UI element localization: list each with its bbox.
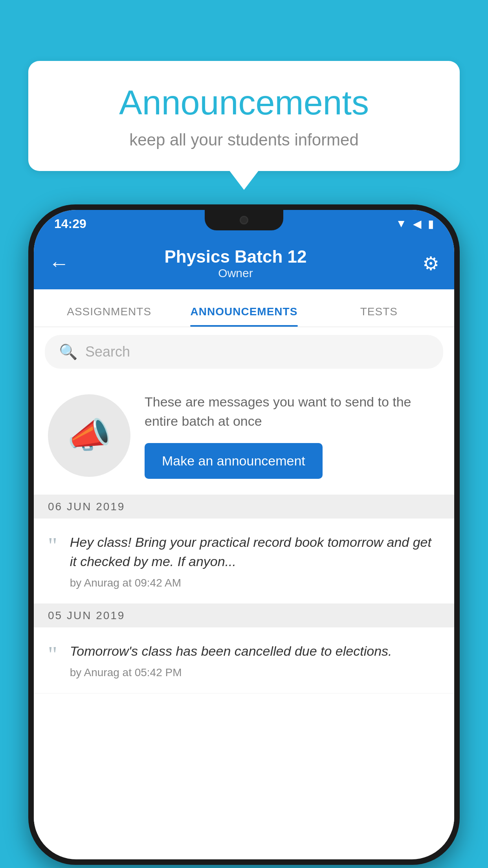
date-separator-1: 06 JUN 2019	[34, 495, 454, 519]
status-time: 14:29	[54, 217, 86, 231]
signal-icon: ◀	[413, 217, 422, 230]
battery-icon: ▮	[428, 217, 434, 230]
announcement-content-1: Hey class! Bring your practical record b…	[70, 533, 440, 590]
search-container: 🔍 Search	[34, 327, 454, 377]
app-bar-subtitle: Owner	[49, 267, 422, 280]
announcement-author-2: by Anurag at 05:42 PM	[70, 666, 440, 679]
app-bar-title-container: Physics Batch 12 Owner	[49, 247, 422, 280]
search-bar[interactable]: 🔍 Search	[45, 335, 443, 369]
tab-assignments[interactable]: ASSIGNMENTS	[42, 305, 176, 327]
announcement-item-1[interactable]: " Hey class! Bring your practical record…	[34, 519, 454, 604]
announcement-text-2: Tomorrow's class has been cancelled due …	[70, 642, 440, 661]
tab-announcements[interactable]: ANNOUNCEMENTS	[176, 305, 311, 327]
date-separator-2: 05 JUN 2019	[34, 604, 454, 627]
settings-icon[interactable]: ⚙	[422, 252, 439, 274]
content-area: 🔍 Search 📣 These are messages you want t…	[34, 327, 454, 832]
make-announcement-button[interactable]: Make an announcement	[145, 443, 323, 479]
speech-bubble-container: Announcements keep all your students inf…	[28, 61, 460, 171]
phone-frame: 14:29 ▼ ◀ ▮ ← Physics Batch 12 Owner ⚙ A…	[28, 204, 460, 865]
bubble-subtitle: keep all your students informed	[52, 131, 436, 149]
announcement-text-1: Hey class! Bring your practical record b…	[70, 533, 440, 572]
app-bar-title: Physics Batch 12	[49, 247, 422, 267]
promo-description: These are messages you want to send to t…	[145, 392, 440, 431]
phone-notch	[205, 210, 283, 230]
bubble-title: Announcements	[52, 83, 436, 123]
wifi-icon: ▼	[396, 217, 407, 230]
promo-icon-circle: 📣	[48, 394, 130, 477]
camera-dot	[240, 216, 248, 224]
megaphone-icon: 📣	[67, 415, 111, 456]
promo-right: These are messages you want to send to t…	[145, 392, 440, 479]
search-placeholder: Search	[85, 344, 130, 360]
tab-bar: ASSIGNMENTS ANNOUNCEMENTS TESTS	[34, 289, 454, 327]
status-icons: ▼ ◀ ▮	[396, 217, 434, 230]
promo-section: 📣 These are messages you want to send to…	[34, 377, 454, 495]
tab-tests[interactable]: TESTS	[312, 305, 446, 327]
announcement-content-2: Tomorrow's class has been cancelled due …	[70, 642, 440, 679]
speech-bubble: Announcements keep all your students inf…	[28, 61, 460, 171]
announcement-author-1: by Anurag at 09:42 AM	[70, 577, 440, 589]
phone-screen: 14:29 ▼ ◀ ▮ ← Physics Batch 12 Owner ⚙ A…	[34, 210, 454, 859]
quote-icon-1: "	[48, 534, 57, 590]
app-bar: ← Physics Batch 12 Owner ⚙	[34, 237, 454, 289]
quote-icon-2: "	[48, 643, 57, 679]
announcement-item-2[interactable]: " Tomorrow's class has been cancelled du…	[34, 627, 454, 693]
search-icon: 🔍	[59, 343, 77, 360]
